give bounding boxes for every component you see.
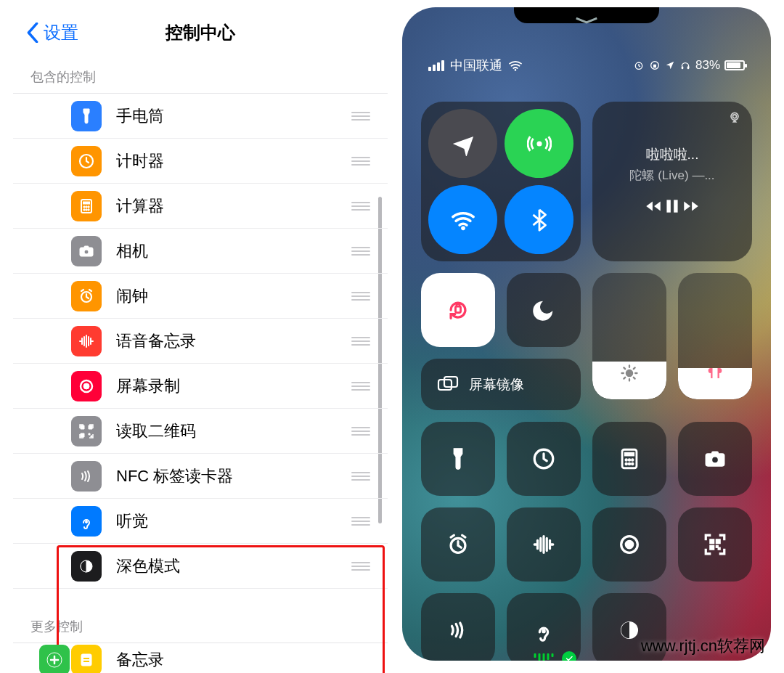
drag-handle-icon[interactable]: [351, 157, 370, 166]
nfc-button[interactable]: [421, 593, 495, 661]
timer-button[interactable]: [507, 422, 581, 496]
wifi-toggle[interactable]: [428, 185, 497, 254]
media-title: 啦啦啦...: [646, 145, 699, 164]
media-subtitle: 陀螺 (Live) —...: [629, 167, 714, 184]
nav-bar: 设置 控制中心: [13, 7, 388, 58]
airplay-icon[interactable]: [727, 110, 742, 128]
list-label: 读取二维码: [116, 420, 196, 442]
do-not-disturb-button[interactable]: [507, 273, 581, 347]
calculator-button[interactable]: [592, 422, 666, 496]
location-status-icon: [665, 60, 675, 70]
hearing-button[interactable]: [507, 593, 581, 661]
signal-icon: [428, 60, 444, 71]
list-item[interactable]: NFC 标签读卡器: [13, 454, 388, 499]
bluetooth-toggle[interactable]: [505, 185, 573, 254]
add-icon[interactable]: [39, 645, 70, 673]
svg-point-19: [515, 69, 517, 71]
screen-record-button[interactable]: [592, 507, 666, 582]
drag-handle-icon[interactable]: [351, 427, 370, 436]
svg-point-3: [83, 205, 85, 207]
svg-rect-11: [84, 246, 89, 248]
volume-slider[interactable]: [678, 273, 752, 399]
drag-handle-icon[interactable]: [351, 472, 370, 481]
list-label: 备忘录: [116, 649, 164, 671]
list-label: 相机: [116, 240, 148, 262]
list-item[interactable]: 语音备忘录: [13, 319, 388, 364]
list-item[interactable]: 屏幕录制: [13, 364, 388, 409]
drag-handle-icon[interactable]: [351, 247, 370, 256]
flashlight-icon: [71, 101, 102, 131]
drag-handle-icon[interactable]: [351, 562, 370, 571]
media-module[interactable]: 啦啦啦... 陀螺 (Live) —...: [592, 102, 752, 261]
drag-handle-icon[interactable]: [351, 382, 370, 391]
svg-point-43: [632, 463, 634, 465]
list-item[interactable]: 备忘录: [13, 643, 388, 673]
list-item[interactable]: 听觉: [13, 499, 388, 544]
drag-handle-icon[interactable]: [351, 202, 370, 211]
screen-mirror-label: 屏幕镜像: [469, 375, 524, 394]
chevron-left-icon: [26, 23, 39, 43]
svg-rect-54: [718, 547, 720, 550]
svg-rect-18: [81, 654, 91, 666]
connectivity-module[interactable]: [421, 102, 581, 261]
list-item[interactable]: 计算器: [13, 184, 388, 229]
list-item[interactable]: 手电筒: [13, 94, 388, 139]
screen-mirror-icon: [437, 375, 459, 394]
chevron-down-icon[interactable]: [573, 15, 600, 28]
svg-point-40: [632, 459, 634, 461]
alarm-button[interactable]: [421, 507, 495, 582]
flashlight-button[interactable]: [421, 422, 495, 496]
back-label: 设置: [44, 21, 78, 44]
status-bar: 中国联通 83%: [402, 57, 771, 74]
battery-percent: 83%: [695, 58, 720, 73]
svg-point-5: [88, 205, 89, 207]
svg-rect-51: [716, 539, 720, 544]
screen-record-icon: [71, 371, 102, 401]
voice-memo-button[interactable]: [507, 507, 581, 582]
list-item[interactable]: 闹钟: [13, 274, 388, 319]
svg-point-49: [625, 540, 633, 548]
drag-handle-icon[interactable]: [351, 337, 370, 346]
timer-icon: [71, 146, 102, 176]
svg-point-41: [625, 463, 627, 465]
list-label: 听觉: [116, 510, 148, 532]
page-title: 控制中心: [166, 21, 235, 44]
cellular-toggle[interactable]: [505, 109, 573, 178]
svg-point-39: [628, 459, 630, 461]
svg-rect-29: [666, 200, 670, 212]
calculator-icon: [71, 191, 102, 221]
list-label: NFC 标签读卡器: [116, 465, 233, 487]
nfc-icon: [71, 461, 102, 492]
list-item[interactable]: 计时器: [13, 139, 388, 184]
svg-point-10: [84, 250, 89, 254]
svg-rect-50: [710, 539, 714, 544]
camera-button[interactable]: [678, 422, 752, 496]
media-next-button[interactable]: [682, 197, 701, 219]
back-button[interactable]: 设置: [26, 21, 78, 44]
section-header-included: 包含的控制: [13, 58, 388, 93]
media-prev-button[interactable]: [644, 197, 663, 219]
orientation-lock-button[interactable]: [421, 273, 495, 347]
drag-handle-icon[interactable]: [351, 517, 370, 526]
list-item[interactable]: 相机: [13, 229, 388, 274]
brightness-slider[interactable]: [592, 273, 666, 399]
drag-handle-icon[interactable]: [351, 112, 370, 121]
camera-icon: [71, 236, 102, 266]
darkmode-icon: [71, 551, 102, 582]
list-item[interactable]: 深色模式: [13, 544, 388, 589]
alarm-status-icon: [633, 60, 645, 71]
list-label: 语音备忘录: [116, 330, 196, 352]
carrier-label: 中国联通: [450, 57, 502, 74]
svg-point-14: [83, 383, 89, 389]
list-label: 闹钟: [116, 285, 148, 307]
airplane-toggle[interactable]: [428, 109, 497, 178]
notes-icon: [71, 645, 102, 673]
screen-mirror-button[interactable]: 屏幕镜像: [421, 359, 581, 410]
qr-scan-icon: [71, 416, 102, 446]
media-pause-button[interactable]: [663, 197, 682, 219]
svg-rect-2: [83, 202, 90, 204]
list-item[interactable]: 读取二维码: [13, 409, 388, 454]
qr-scan-button[interactable]: [678, 507, 752, 582]
drag-handle-icon[interactable]: [351, 292, 370, 301]
battery-icon: [724, 60, 745, 70]
